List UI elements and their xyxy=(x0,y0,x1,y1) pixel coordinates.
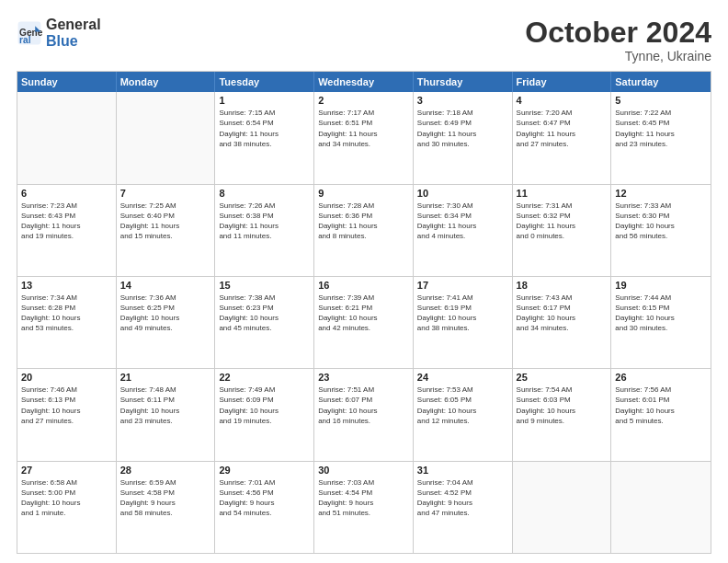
day-number: 24 xyxy=(417,372,508,383)
cell-info: Sunrise: 7:01 AMSunset: 4:56 PMDaylight:… xyxy=(219,477,310,519)
cell-info: Sunrise: 7:23 AMSunset: 6:43 PMDaylight:… xyxy=(21,201,112,242)
logo-icon: Gene ral xyxy=(17,20,42,46)
calendar-cell-18: 18Sunrise: 7:43 AMSunset: 6:17 PMDayligh… xyxy=(513,277,612,368)
cell-info: Sunrise: 7:46 AMSunset: 6:13 PMDaylight:… xyxy=(21,385,112,426)
cell-info: Sunrise: 7:36 AMSunset: 6:25 PMDaylight:… xyxy=(120,293,211,334)
cell-info: Sunrise: 7:48 AMSunset: 6:11 PMDaylight:… xyxy=(120,385,211,426)
cell-info: Sunrise: 7:26 AMSunset: 6:38 PMDaylight:… xyxy=(219,201,310,242)
cell-info: Sunrise: 6:59 AMSunset: 4:58 PMDaylight:… xyxy=(120,477,211,519)
cell-info: Sunrise: 7:49 AMSunset: 6:09 PMDaylight:… xyxy=(219,385,310,426)
day-number: 5 xyxy=(615,95,707,106)
calendar-row-0: 1Sunrise: 7:15 AMSunset: 6:54 PMDaylight… xyxy=(17,92,711,183)
day-number: 2 xyxy=(318,95,409,106)
cell-info: Sunrise: 7:17 AMSunset: 6:51 PMDaylight:… xyxy=(318,108,409,149)
cell-info: Sunrise: 7:39 AMSunset: 6:21 PMDaylight:… xyxy=(318,293,409,334)
day-number: 10 xyxy=(417,188,508,199)
calendar-cell-31: 31Sunrise: 7:04 AMSunset: 4:52 PMDayligh… xyxy=(414,462,513,553)
day-number: 12 xyxy=(615,188,707,199)
cell-info: Sunrise: 7:54 AMSunset: 6:03 PMDaylight:… xyxy=(517,385,608,426)
svg-text:ral: ral xyxy=(19,34,31,44)
day-number: 16 xyxy=(318,280,409,291)
calendar-cell-14: 14Sunrise: 7:36 AMSunset: 6:25 PMDayligh… xyxy=(117,277,216,368)
cell-info: Sunrise: 7:31 AMSunset: 6:32 PMDaylight:… xyxy=(517,201,608,242)
calendar-cell-2: 2Sunrise: 7:17 AMSunset: 6:51 PMDaylight… xyxy=(314,92,414,183)
calendar-cell-24: 24Sunrise: 7:53 AMSunset: 6:05 PMDayligh… xyxy=(414,369,513,460)
day-number: 3 xyxy=(417,95,508,106)
cell-info: Sunrise: 7:15 AMSunset: 6:54 PMDaylight:… xyxy=(219,108,310,149)
logo: Gene ral General Blue xyxy=(17,17,101,49)
day-number: 14 xyxy=(120,280,211,291)
calendar-header: SundayMondayTuesdayWednesdayThursdayFrid… xyxy=(17,72,711,92)
cell-info: Sunrise: 7:33 AMSunset: 6:30 PMDaylight:… xyxy=(615,201,707,242)
weekday-header-thursday: Thursday xyxy=(414,72,513,92)
calendar-cell-5: 5Sunrise: 7:22 AMSunset: 6:45 PMDaylight… xyxy=(611,92,711,183)
cell-info: Sunrise: 7:43 AMSunset: 6:17 PMDaylight:… xyxy=(517,293,608,334)
calendar-cell-empty xyxy=(513,462,612,553)
cell-info: Sunrise: 7:51 AMSunset: 6:07 PMDaylight:… xyxy=(318,385,409,426)
cell-info: Sunrise: 7:44 AMSunset: 6:15 PMDaylight:… xyxy=(615,293,707,334)
calendar-cell-9: 9Sunrise: 7:28 AMSunset: 6:36 PMDaylight… xyxy=(314,185,414,276)
calendar-cell-7: 7Sunrise: 7:25 AMSunset: 6:40 PMDaylight… xyxy=(117,185,216,276)
calendar-cell-15: 15Sunrise: 7:38 AMSunset: 6:23 PMDayligh… xyxy=(215,277,314,368)
calendar-cell-26: 26Sunrise: 7:56 AMSunset: 6:01 PMDayligh… xyxy=(611,369,711,460)
day-number: 8 xyxy=(219,188,310,199)
cell-info: Sunrise: 7:41 AMSunset: 6:19 PMDaylight:… xyxy=(417,293,508,334)
day-number: 4 xyxy=(517,95,608,106)
calendar-cell-29: 29Sunrise: 7:01 AMSunset: 4:56 PMDayligh… xyxy=(215,462,314,553)
calendar-row-1: 6Sunrise: 7:23 AMSunset: 6:43 PMDaylight… xyxy=(17,184,711,276)
calendar-cell-1: 1Sunrise: 7:15 AMSunset: 6:54 PMDaylight… xyxy=(215,92,314,183)
calendar-cell-8: 8Sunrise: 7:26 AMSunset: 6:38 PMDaylight… xyxy=(215,185,314,276)
calendar-body: 1Sunrise: 7:15 AMSunset: 6:54 PMDaylight… xyxy=(17,92,711,553)
calendar-cell-27: 27Sunrise: 6:58 AMSunset: 5:00 PMDayligh… xyxy=(17,462,117,553)
day-number: 18 xyxy=(517,280,608,291)
calendar-cell-23: 23Sunrise: 7:51 AMSunset: 6:07 PMDayligh… xyxy=(314,369,414,460)
calendar-cell-12: 12Sunrise: 7:33 AMSunset: 6:30 PMDayligh… xyxy=(611,185,711,276)
header: Gene ral General Blue October 2024 Tynne… xyxy=(17,17,711,63)
day-number: 7 xyxy=(120,188,211,199)
calendar-cell-11: 11Sunrise: 7:31 AMSunset: 6:32 PMDayligh… xyxy=(513,185,612,276)
day-number: 21 xyxy=(120,372,211,383)
day-number: 20 xyxy=(21,372,112,383)
calendar: SundayMondayTuesdayWednesdayThursdayFrid… xyxy=(17,71,711,554)
day-number: 11 xyxy=(517,188,608,199)
weekday-header-friday: Friday xyxy=(513,72,612,92)
calendar-cell-16: 16Sunrise: 7:39 AMSunset: 6:21 PMDayligh… xyxy=(314,277,414,368)
day-number: 15 xyxy=(219,280,310,291)
calendar-cell-3: 3Sunrise: 7:18 AMSunset: 6:49 PMDaylight… xyxy=(414,92,513,183)
cell-info: Sunrise: 6:58 AMSunset: 5:00 PMDaylight:… xyxy=(21,477,112,519)
calendar-cell-21: 21Sunrise: 7:48 AMSunset: 6:11 PMDayligh… xyxy=(117,369,216,460)
cell-info: Sunrise: 7:22 AMSunset: 6:45 PMDaylight:… xyxy=(615,108,707,149)
calendar-cell-28: 28Sunrise: 6:59 AMSunset: 4:58 PMDayligh… xyxy=(117,462,216,553)
calendar-row-4: 27Sunrise: 6:58 AMSunset: 5:00 PMDayligh… xyxy=(17,461,711,553)
cell-info: Sunrise: 7:53 AMSunset: 6:05 PMDaylight:… xyxy=(417,385,508,426)
day-number: 27 xyxy=(21,465,112,476)
cell-info: Sunrise: 7:20 AMSunset: 6:47 PMDaylight:… xyxy=(517,108,608,149)
weekday-header-saturday: Saturday xyxy=(611,72,711,92)
day-number: 17 xyxy=(417,280,508,291)
day-number: 13 xyxy=(21,280,112,291)
calendar-cell-10: 10Sunrise: 7:30 AMSunset: 6:34 PMDayligh… xyxy=(414,185,513,276)
cell-info: Sunrise: 7:56 AMSunset: 6:01 PMDaylight:… xyxy=(615,385,707,426)
day-number: 23 xyxy=(318,372,409,383)
cell-info: Sunrise: 7:18 AMSunset: 6:49 PMDaylight:… xyxy=(417,108,508,149)
page: Gene ral General Blue October 2024 Tynne… xyxy=(0,0,728,563)
day-number: 9 xyxy=(318,188,409,199)
cell-info: Sunrise: 7:03 AMSunset: 4:54 PMDaylight:… xyxy=(318,477,409,519)
logo-text: General Blue xyxy=(46,17,101,49)
day-number: 22 xyxy=(219,372,310,383)
weekday-header-tuesday: Tuesday xyxy=(215,72,314,92)
cell-info: Sunrise: 7:34 AMSunset: 6:28 PMDaylight:… xyxy=(21,293,112,334)
calendar-cell-20: 20Sunrise: 7:46 AMSunset: 6:13 PMDayligh… xyxy=(17,369,117,460)
day-number: 26 xyxy=(615,372,707,383)
calendar-cell-22: 22Sunrise: 7:49 AMSunset: 6:09 PMDayligh… xyxy=(215,369,314,460)
cell-info: Sunrise: 7:28 AMSunset: 6:36 PMDaylight:… xyxy=(318,201,409,242)
subtitle: Tynne, Ukraine xyxy=(525,49,711,63)
calendar-cell-empty xyxy=(611,462,711,553)
calendar-cell-17: 17Sunrise: 7:41 AMSunset: 6:19 PMDayligh… xyxy=(414,277,513,368)
day-number: 1 xyxy=(219,95,310,106)
day-number: 28 xyxy=(120,465,211,476)
cell-info: Sunrise: 7:04 AMSunset: 4:52 PMDaylight:… xyxy=(417,477,508,519)
weekday-header-wednesday: Wednesday xyxy=(314,72,414,92)
day-number: 19 xyxy=(615,280,707,291)
cell-info: Sunrise: 7:25 AMSunset: 6:40 PMDaylight:… xyxy=(120,201,211,242)
